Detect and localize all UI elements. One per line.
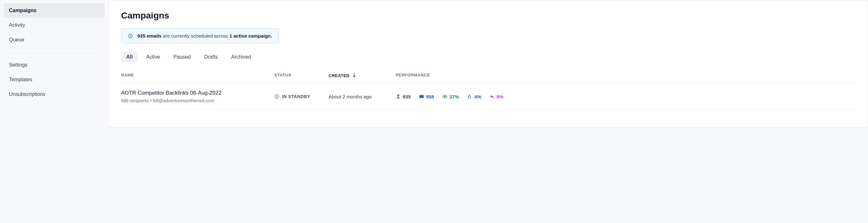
banner-emails-count: 935 emails xyxy=(137,33,162,39)
header-performance[interactable]: PERFORMANCE xyxy=(396,73,856,79)
metric-click: 4% xyxy=(467,94,481,100)
header-created[interactable]: CREATED xyxy=(329,73,396,79)
campaign-title: AOTR Competitor Backlinks 06-Aug-2022 xyxy=(121,90,274,96)
sidebar-item-settings[interactable]: Settings xyxy=(4,58,105,72)
sidebar: Campaigns Activity Queue Settings Templa… xyxy=(0,0,108,127)
campaign-subtitle: 996 recipients • bill@adventuresontheroc… xyxy=(121,98,274,103)
header-created-label: CREATED xyxy=(329,73,350,78)
metric-reply-value: 9% xyxy=(497,94,504,100)
cell-created: About 2 months ago xyxy=(329,94,396,100)
metric-click-value: 4% xyxy=(474,94,481,100)
arrow-down-icon xyxy=(351,73,357,79)
sidebar-item-campaigns[interactable]: Campaigns xyxy=(4,3,105,18)
sidebar-item-queue[interactable]: Queue xyxy=(4,33,105,47)
page-title: Campaigns xyxy=(121,10,856,21)
sidebar-item-unsubscriptions[interactable]: Unsubscriptions xyxy=(4,87,105,102)
banner-text: 935 emails are currently scheduled acros… xyxy=(137,33,272,39)
tab-archived[interactable]: Archived xyxy=(226,51,256,63)
banner-campaigns: 1 active campaign. xyxy=(229,33,272,39)
pointer-icon xyxy=(467,94,472,99)
sidebar-divider xyxy=(7,53,101,53)
play-circle-icon xyxy=(128,33,133,39)
header-name[interactable]: NAME xyxy=(121,73,274,79)
play-circle-icon xyxy=(274,94,279,99)
tab-drafts[interactable]: Drafts xyxy=(199,51,223,63)
status-label: IN STANDBY xyxy=(282,94,310,99)
scheduled-emails-banner: 935 emails are currently scheduled acros… xyxy=(121,28,279,43)
header-status[interactable]: STATUS xyxy=(274,73,329,79)
tab-paused[interactable]: Paused xyxy=(168,51,196,63)
metric-sent-value: 958 xyxy=(426,94,434,100)
sidebar-item-activity[interactable]: Activity xyxy=(4,18,105,33)
envelope-icon xyxy=(419,94,424,99)
tab-active[interactable]: Active xyxy=(141,51,165,63)
metric-queued: 935 xyxy=(396,94,411,100)
reply-icon xyxy=(490,94,495,99)
sidebar-item-templates[interactable]: Templates xyxy=(4,72,105,87)
hourglass-icon xyxy=(396,94,401,99)
table-row[interactable]: AOTR Competitor Backlinks 06-Aug-2022 99… xyxy=(121,83,856,110)
svg-point-2 xyxy=(444,96,445,97)
main-content: Campaigns 935 emails are currently sched… xyxy=(108,0,868,127)
metric-reply: 9% xyxy=(490,94,504,100)
metric-queued-value: 935 xyxy=(403,94,411,100)
eye-icon xyxy=(442,94,447,99)
table-header: NAME STATUS CREATED PERFORMANCE xyxy=(121,69,856,83)
tab-all[interactable]: All xyxy=(121,51,137,63)
cell-name: AOTR Competitor Backlinks 06-Aug-2022 99… xyxy=(121,90,274,103)
campaigns-table: NAME STATUS CREATED PERFORMANCE AOTR Com… xyxy=(121,69,856,110)
banner-middle: are currently scheduled across xyxy=(162,33,229,39)
metric-open: 37% xyxy=(442,94,459,100)
filter-tabs: All Active Paused Drafts Archived xyxy=(121,51,856,63)
metric-sent: 958 xyxy=(419,94,434,100)
cell-status: IN STANDBY xyxy=(274,94,329,99)
metric-open-value: 37% xyxy=(449,94,459,100)
cell-performance: 935 958 37% xyxy=(396,94,856,100)
